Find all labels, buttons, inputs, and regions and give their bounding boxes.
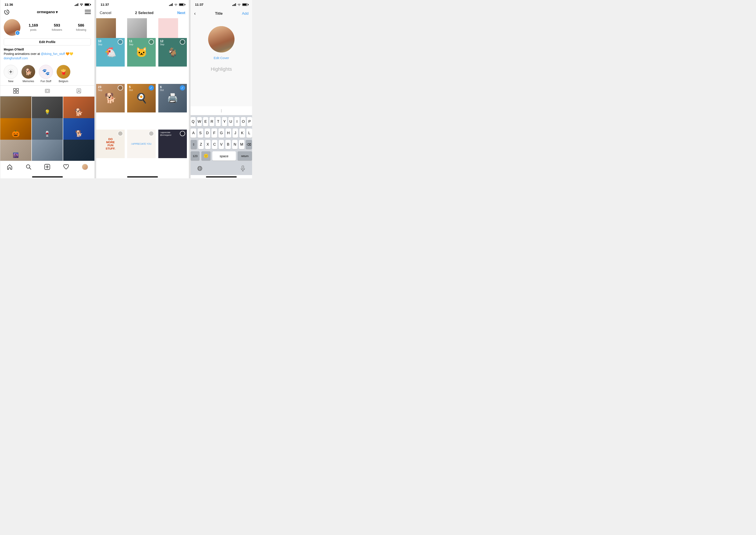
key-u[interactable]: U: [229, 117, 233, 126]
nav-heart[interactable]: [61, 163, 71, 171]
return-key[interactable]: return: [238, 151, 252, 160]
key-o[interactable]: O: [241, 117, 246, 126]
grid-cell-9[interactable]: [63, 140, 94, 161]
globe-key[interactable]: [195, 164, 205, 173]
tab-grid[interactable]: [0, 86, 32, 97]
edit-profile-button[interactable]: Edit Profile: [4, 39, 91, 45]
profile-top: + 1,169 posts 593 followers 586 followin…: [4, 19, 91, 36]
emoji-key[interactable]: 🙂: [202, 151, 210, 160]
key-v[interactable]: V: [219, 140, 224, 149]
nav-home[interactable]: [5, 163, 14, 171]
story-memories[interactable]: 🐕 Memories: [21, 65, 35, 83]
tabs-row: [0, 86, 94, 97]
key-q[interactable]: Q: [191, 117, 196, 126]
tab-tagged[interactable]: [63, 86, 94, 97]
edit-cover-button[interactable]: Edit Cover: [214, 56, 229, 60]
nav-search[interactable]: [24, 163, 33, 171]
select-social[interactable]: [180, 131, 185, 136]
top-photo-3[interactable]: [158, 18, 178, 38]
key-row-4: 123 🙂 space return: [191, 151, 252, 160]
svg-rect-2: [77, 4, 77, 6]
nav-profile[interactable]: [80, 163, 90, 171]
delete-key[interactable]: ⌫: [246, 140, 252, 149]
key-d[interactable]: D: [205, 128, 210, 138]
nav-avatar: [82, 164, 88, 170]
select-sep10[interactable]: [118, 39, 123, 44]
person-icon: [76, 88, 81, 94]
add-button[interactable]: Add: [242, 12, 249, 16]
history-icon[interactable]: [4, 9, 10, 15]
key-e[interactable]: E: [203, 117, 208, 126]
key-z[interactable]: Z: [198, 140, 204, 149]
key-h[interactable]: H: [226, 128, 231, 138]
cancel-button[interactable]: Cancel: [100, 11, 111, 15]
grid-cell-8[interactable]: [32, 140, 63, 161]
top-photo-2[interactable]: [127, 18, 147, 38]
key-s[interactable]: S: [198, 128, 203, 138]
story-new[interactable]: New: [4, 65, 18, 83]
mic-key[interactable]: [238, 164, 248, 173]
key-r[interactable]: R: [209, 117, 215, 126]
panel-highlight: 11:37 ‹ Title Add Edit Cover Highli: [189, 0, 252, 178]
posts-count: 1,169: [29, 23, 38, 28]
media-cell-sep12[interactable]: 🐐 12Sep: [158, 38, 187, 67]
story-funstuff[interactable]: 🐾 Fun Stuff: [39, 65, 53, 83]
key-y[interactable]: Y: [222, 117, 227, 126]
media-cell-social[interactable]: I appreciate@ormegano!: [158, 129, 187, 158]
media-cell-oct6[interactable]: 🖨️ 6Oct ✓: [158, 84, 187, 112]
select-oct5[interactable]: ✓: [148, 85, 154, 91]
key-l[interactable]: L: [246, 128, 252, 138]
key-p[interactable]: P: [247, 117, 252, 126]
shift-key[interactable]: ⇧: [191, 140, 197, 149]
story-label-new: New: [8, 80, 14, 83]
key-b[interactable]: B: [225, 140, 231, 149]
key-i[interactable]: I: [234, 117, 240, 126]
status-bar-3: 11:37: [191, 0, 252, 8]
cover-photo: [208, 26, 234, 52]
key-x[interactable]: X: [205, 140, 211, 149]
story-belgium[interactable]: 🍟 Belgium: [56, 65, 70, 83]
key-j[interactable]: J: [232, 128, 238, 138]
key-f[interactable]: F: [211, 128, 217, 138]
media-cell-sep11[interactable]: 🐱 11Sep: [127, 38, 156, 67]
tab-igtv[interactable]: [32, 86, 63, 97]
username-display[interactable]: ormegano ▾: [37, 10, 58, 14]
svg-rect-5: [85, 10, 91, 11]
media-cell-dostuff[interactable]: DOMOREFUNSTUFF.: [96, 129, 125, 158]
keyboard-cursor: |: [221, 108, 222, 113]
space-key[interactable]: space: [212, 151, 236, 160]
bottom-nav: [0, 161, 94, 175]
wifi-icon: [80, 3, 83, 6]
key-k[interactable]: K: [239, 128, 245, 138]
top-photo-1[interactable]: [96, 18, 116, 38]
svg-rect-0: [75, 5, 75, 6]
globe-icon: [197, 166, 202, 171]
search-icon: [26, 164, 31, 170]
select-sep12[interactable]: [180, 39, 185, 44]
media-cell-sep10[interactable]: 🐔 10Sep: [96, 38, 125, 67]
media-cell-appreciate[interactable]: I APPRECIATE YOU.: [127, 129, 156, 158]
select-sep23[interactable]: [118, 85, 123, 91]
select-oct6[interactable]: ✓: [180, 85, 185, 91]
hamburger-icon[interactable]: [85, 10, 91, 14]
mention-link[interactable]: @doing_fun_stuff: [41, 52, 65, 56]
grid-cell-7[interactable]: 🌆: [0, 140, 31, 161]
website-link[interactable]: doingfunstuff.com: [4, 56, 28, 60]
key-w[interactable]: W: [197, 117, 202, 126]
key-a[interactable]: A: [191, 128, 196, 138]
add-badge[interactable]: +: [15, 31, 20, 35]
key-t[interactable]: T: [216, 117, 221, 126]
battery-icon-3: [242, 3, 248, 6]
media-cell-oct5[interactable]: 🍳 5Oct ✓: [127, 84, 156, 112]
svg-point-4: [81, 5, 82, 6]
num-key[interactable]: 123: [191, 151, 200, 160]
time-1: 11:36: [5, 3, 13, 6]
media-cell-sep23[interactable]: 🐕 23Sep: [96, 84, 125, 112]
nav-add[interactable]: [42, 163, 52, 171]
key-g[interactable]: G: [219, 128, 224, 138]
key-m[interactable]: M: [239, 140, 244, 149]
next-button[interactable]: Next: [177, 11, 185, 15]
key-c[interactable]: C: [212, 140, 217, 149]
back-button[interactable]: ‹: [194, 11, 196, 16]
key-n[interactable]: N: [232, 140, 238, 149]
